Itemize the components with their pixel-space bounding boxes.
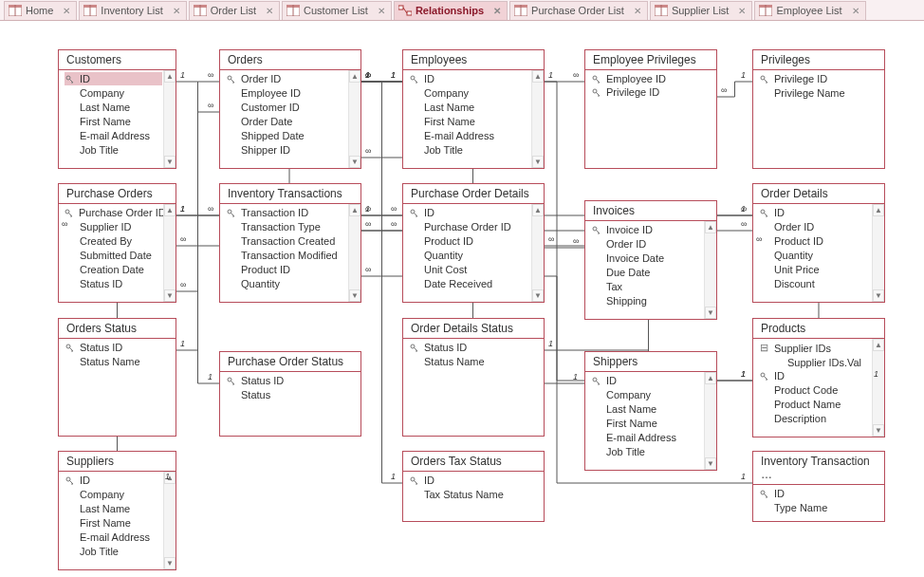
scroll-up-icon[interactable]: ▲ [532, 204, 544, 216]
tab-relationships[interactable]: Relationships✕ [394, 1, 508, 20]
entity-shippers[interactable]: ShippersID🔑Company🔑Last Name🔑First Name🔑… [584, 351, 717, 471]
field-status-id[interactable]: 🔑Status ID [65, 276, 162, 290]
scrollbar[interactable]: ▲▼ [872, 339, 884, 437]
field-description[interactable]: 🔑Description [759, 411, 871, 425]
field-created-by[interactable]: 🔑Created By [65, 233, 162, 248]
field-transaction-id[interactable]: Transaction ID [226, 206, 347, 219]
entity-header[interactable]: Customers [59, 50, 176, 70]
entity-header[interactable]: Purchase Order Details [403, 184, 544, 204]
field-first-name[interactable]: 🔑First Name [409, 114, 530, 128]
field-status-id[interactable]: Status ID [409, 341, 530, 354]
scrollbar[interactable]: ▲▼ [348, 70, 360, 168]
field-creation-date[interactable]: 🔑Creation Date [65, 262, 162, 276]
field-first-name[interactable]: 🔑First Name [65, 114, 162, 128]
scroll-down-icon[interactable]: ▼ [164, 156, 176, 168]
entity-order_details[interactable]: Order DetailsID🔑Order ID🔑Product ID🔑Quan… [752, 183, 885, 303]
field-supplier-id[interactable]: 🔑Supplier ID [65, 219, 162, 233]
entity-customers[interactable]: CustomersID🔑Company🔑Last Name🔑First Name… [58, 49, 176, 169]
field-e-mail-address[interactable]: 🔑E-mail Address [591, 430, 703, 444]
tab-close-icon[interactable]: ✕ [493, 6, 501, 16]
scrollbar[interactable]: ▲▼ [163, 204, 176, 302]
scrollbar[interactable]: ▲▼ [531, 70, 544, 168]
field-product-id[interactable]: 🔑Product ID [759, 233, 871, 248]
tab-order-list[interactable]: Order List✕ [189, 1, 280, 20]
field-order-id[interactable]: 🔑Order ID [591, 236, 703, 251]
scroll-down-icon[interactable]: ▼ [349, 289, 360, 302]
scrollbar[interactable]: ▲▼ [704, 372, 716, 470]
entity-header[interactable]: Purchase Orders [59, 184, 176, 204]
field-id[interactable]: ID [759, 369, 871, 382]
entity-products[interactable]: Products⊟Supplier IDs🔑Supplier IDs.ValID… [752, 318, 885, 437]
entity-orders_tax_status[interactable]: Orders Tax StatusID🔑Tax Status Name [402, 451, 545, 522]
field-job-title[interactable]: 🔑Job Title [65, 142, 162, 157]
scrollbar[interactable]: ▲▼ [704, 221, 716, 319]
field-status[interactable]: 🔑Status [226, 387, 347, 401]
tab-close-icon[interactable]: ✕ [266, 6, 273, 16]
field-product-name[interactable]: 🔑Product Name [759, 397, 871, 411]
field-unit-price[interactable]: 🔑Unit Price [759, 262, 871, 276]
scroll-up-icon[interactable]: ▲ [164, 472, 176, 484]
field-e-mail-address[interactable]: 🔑E-mail Address [65, 128, 162, 142]
scrollbar[interactable]: ▲▼ [348, 204, 360, 302]
field-id[interactable]: ID [759, 206, 871, 219]
field-status-id[interactable]: Status ID [65, 341, 162, 354]
field-company[interactable]: 🔑Company [65, 85, 162, 100]
field-submitted-date[interactable]: 🔑Submitted Date [65, 248, 162, 262]
scrollbar[interactable]: ▲▼ [163, 70, 176, 168]
field-privilege-id[interactable]: Privilege ID [591, 85, 703, 99]
field-tax[interactable]: 🔑Tax [591, 279, 703, 293]
field-purchase-order-id[interactable]: 🔑Purchase Order ID [409, 219, 530, 233]
field-id[interactable]: ID [409, 474, 530, 487]
tab-purchase-order-list[interactable]: Purchase Order List✕ [509, 1, 648, 20]
scroll-down-icon[interactable]: ▼ [532, 289, 544, 302]
scrollbar[interactable]: ▲▼ [872, 204, 884, 302]
field-transaction-modified[interactable]: 🔑Transaction Modified [226, 248, 347, 262]
entity-inventory_transactions[interactable]: Inventory TransactionsTransaction ID🔑Tra… [219, 183, 361, 303]
scroll-up-icon[interactable]: ▲ [532, 70, 544, 83]
field-quantity[interactable]: 🔑Quantity [759, 248, 871, 262]
tab-home[interactable]: Home✕ [4, 1, 77, 20]
tab-close-icon[interactable]: ✕ [852, 6, 859, 16]
field-transaction-created[interactable]: 🔑Transaction Created [226, 233, 347, 248]
field-status-name[interactable]: 🔑Status Name [65, 354, 162, 368]
field-transaction-type[interactable]: 🔑Transaction Type [226, 219, 347, 233]
tab-inventory-list[interactable]: Inventory List✕ [79, 1, 186, 20]
scroll-down-icon[interactable]: ▼ [873, 289, 884, 302]
field-last-name[interactable]: 🔑Last Name [65, 100, 162, 114]
entity-employees[interactable]: EmployeesID🔑Company🔑Last Name🔑First Name… [402, 49, 545, 169]
entity-purchase_order_details[interactable]: Purchase Order DetailsID🔑Purchase Order … [402, 183, 545, 303]
field-product-code[interactable]: 🔑Product Code [759, 382, 871, 397]
entity-header[interactable]: Shippers [585, 352, 716, 372]
tab-supplier-list[interactable]: Supplier List✕ [650, 1, 753, 20]
entity-header[interactable]: Inventory Transactions [220, 184, 360, 204]
field-id[interactable]: ID [591, 374, 703, 387]
scroll-down-icon[interactable]: ▼ [532, 156, 544, 168]
field-invoice-date[interactable]: 🔑Invoice Date [591, 251, 703, 265]
field-supplier-ids[interactable]: ⊟Supplier IDs [759, 341, 871, 355]
entity-privileges[interactable]: PrivilegesPrivilege ID🔑Privilege Name [752, 49, 885, 169]
scrollbar[interactable]: ▲▼ [531, 204, 544, 302]
field-last-name[interactable]: 🔑Last Name [591, 401, 703, 416]
scroll-up-icon[interactable]: ▲ [349, 70, 360, 83]
entity-order_details_status[interactable]: Order Details StatusStatus ID🔑Status Nam… [402, 318, 545, 437]
entity-header[interactable]: Inventory Transaction … [753, 452, 884, 485]
field-id[interactable]: ID [759, 487, 871, 500]
field-shipper-id[interactable]: 🔑Shipper ID [226, 142, 347, 157]
scrollbar[interactable]: ▲▼ [163, 472, 176, 569]
entity-header[interactable]: Order Details [753, 184, 884, 204]
field-first-name[interactable]: 🔑First Name [591, 416, 703, 430]
tab-close-icon[interactable]: ✕ [63, 6, 70, 16]
field-order-id[interactable]: 🔑Order ID [759, 219, 871, 233]
field-quantity[interactable]: 🔑Quantity [226, 276, 347, 290]
field-company[interactable]: 🔑Company [591, 387, 703, 401]
field-supplier-ids.val[interactable]: 🔑Supplier IDs.Val [759, 355, 871, 369]
entity-purchase_orders[interactable]: Purchase OrdersPurchase Order ID🔑Supplie… [58, 183, 176, 303]
field-discount[interactable]: 🔑Discount [759, 276, 871, 290]
entity-orders[interactable]: OrdersOrder ID🔑Employee ID🔑Customer ID🔑O… [219, 49, 361, 169]
field-tax-status-name[interactable]: 🔑Tax Status Name [409, 487, 530, 501]
field-last-name[interactable]: 🔑Last Name [409, 100, 530, 114]
field-first-name[interactable]: 🔑First Name [65, 515, 162, 530]
tab-close-icon[interactable]: ✕ [378, 6, 385, 16]
field-quantity[interactable]: 🔑Quantity [409, 248, 530, 262]
tab-close-icon[interactable]: ✕ [173, 6, 180, 16]
